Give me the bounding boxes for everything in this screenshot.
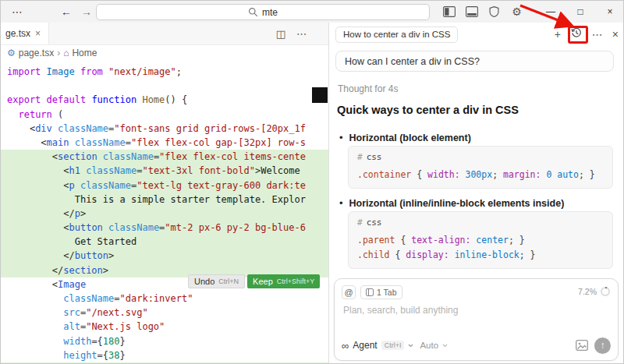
breadcrumb-file[interactable]: page.tsx xyxy=(19,48,54,58)
editor-tabbar: ge.tsx × ◫ ⋯ xyxy=(1,23,328,45)
code-block-body: .container { width: 300px; margin: 0 aut… xyxy=(357,168,604,182)
bullet-icon: • xyxy=(339,197,343,209)
tab-close-icon[interactable]: × xyxy=(35,28,41,39)
chat-title-tab[interactable]: How to center a div in CSS xyxy=(335,27,458,43)
code-line: <section className="flex flex-col items-… xyxy=(1,150,328,164)
breadcrumb-symbol[interactable]: Home xyxy=(72,48,97,58)
search-input[interactable]: mte xyxy=(262,7,278,18)
model-selector[interactable]: Auto xyxy=(420,341,448,350)
window-controls: — □ × xyxy=(536,1,624,23)
composer-toolbar: ∞ Agent Ctrl+I Auto ↑ xyxy=(342,337,611,354)
user-message-text: How can I center a div in CSS? xyxy=(345,56,480,67)
code-line: This is a simple starter template. Explo… xyxy=(1,193,328,207)
search-box[interactable]: mte xyxy=(96,4,430,20)
shield-icon[interactable] xyxy=(488,5,501,19)
code-block-header: #css xyxy=(357,152,604,162)
back-button[interactable]: ← xyxy=(58,1,74,23)
tab-context-chip[interactable]: 1 Tab xyxy=(360,285,402,299)
code-line: </button> xyxy=(1,249,328,263)
context-percent: 7.2% xyxy=(578,287,597,296)
user-message: How can I center a div in CSS? xyxy=(335,51,614,72)
chat-panel: How to center a div in CSS + ⋯ × How can… xyxy=(328,23,624,364)
code-line: <main className="flex flex-col gap-[32px… xyxy=(1,136,328,150)
settings-gear-icon[interactable]: ⚙ xyxy=(510,5,523,19)
code-line: <p className="text-lg text-gray-600 dark… xyxy=(1,178,328,193)
code-line: alt="Next.js logo" xyxy=(1,320,328,334)
code-line: </p> xyxy=(1,207,328,221)
code-line: height={38} xyxy=(1,348,328,362)
code-line: className="dark:invert" xyxy=(1,292,328,306)
breadcrumb-separator: › xyxy=(57,48,60,58)
attach-image-icon[interactable] xyxy=(576,340,588,351)
titlebar: ⋯ ← → mte ⚙ — □ × xyxy=(1,1,624,23)
code-line: Get Started xyxy=(1,235,328,249)
css-code-block: #css .parent { text-align: center; }.chi… xyxy=(348,211,613,269)
tab-page-tsx[interactable]: ge.tsx × xyxy=(1,23,49,44)
dark-overlay-box xyxy=(312,87,328,103)
undo-shortcut: Ctrl+N xyxy=(218,275,239,288)
chat-more-button[interactable]: ⋯ xyxy=(592,27,603,42)
code-line: import Image from "next/image"; xyxy=(1,65,328,79)
symbol-home-icon: ⌂ xyxy=(63,48,69,58)
chevron-down-icon xyxy=(442,344,448,348)
thought-duration[interactable]: Thought for 4s xyxy=(338,83,398,94)
code-line: <h1 className="text-3xl font-bold">Welco… xyxy=(1,164,328,178)
maximize-button[interactable]: □ xyxy=(566,1,595,23)
code-line: width={180} xyxy=(1,334,328,348)
tab-label: ge.tsx xyxy=(5,28,30,39)
diff-action-buttons: Undo Ctrl+N Keep Ctrl+Shift+Y xyxy=(188,274,320,288)
editor-more-icon[interactable]: ⋯ xyxy=(296,28,307,40)
file-type-icon: ⚙ xyxy=(7,48,16,58)
code-block-body: .parent { text-align: center; }.child { … xyxy=(357,233,604,263)
split-view-icon[interactable] xyxy=(442,5,456,19)
undo-button[interactable]: Undo Ctrl+N xyxy=(188,274,245,288)
code-line: <button className="mt-2 px-6 py-2 bg-blu… xyxy=(1,221,328,235)
bullet-item: • Horizontal (inline/inline-block elemen… xyxy=(339,197,564,209)
code-line: export default function Home() { xyxy=(1,93,328,107)
code-line: <div className="font-sans grid grid-rows… xyxy=(1,122,328,136)
new-chat-button[interactable]: + xyxy=(555,27,561,42)
chevron-down-icon xyxy=(408,344,413,348)
panel-layout-icon[interactable] xyxy=(465,5,478,19)
code-line: .parent { text-align: center; } xyxy=(357,233,604,248)
code-line: .child { display: inline-block; } xyxy=(357,248,604,263)
tab-context-icon xyxy=(366,288,374,296)
titlebar-icons: ⚙ xyxy=(442,1,523,23)
chat-close-button[interactable]: × xyxy=(612,27,619,42)
infinity-icon: ∞ xyxy=(342,340,349,352)
composer-input[interactable]: Plan, search, build anything xyxy=(343,305,458,316)
bullet-text: Horizontal (block element) xyxy=(349,133,471,143)
bullet-item: • Horizontal (block element) xyxy=(339,132,471,143)
agent-mode-label: Agent xyxy=(353,340,377,351)
model-label: Auto xyxy=(420,341,438,350)
code-line: src="/next.svg" xyxy=(1,306,328,320)
close-button[interactable]: × xyxy=(595,1,624,23)
undo-label: Undo xyxy=(194,275,214,288)
send-arrow-icon: ↑ xyxy=(601,340,605,351)
code-language-label: css xyxy=(367,217,382,228)
css-code-block: #css .container { width: 300px; margin: … xyxy=(348,146,613,189)
split-editor-icon[interactable]: ◫ xyxy=(276,28,285,40)
send-button[interactable]: ↑ xyxy=(594,337,611,354)
minimize-button[interactable]: — xyxy=(536,1,566,23)
app-window: ⋯ ← → mte ⚙ — □ × ge.tsx × xyxy=(0,0,624,364)
forward-button[interactable]: → xyxy=(79,1,94,23)
menu-dots-button[interactable]: ⋯ xyxy=(9,1,26,23)
hash-icon: # xyxy=(357,152,363,162)
agent-mode-selector[interactable]: ∞ Agent Ctrl+I xyxy=(342,340,413,352)
answer-heading: Quick ways to center a div in CSS xyxy=(337,104,519,116)
code-editor[interactable]: import Image from "next/image"; export d… xyxy=(1,60,328,364)
code-language-label: css xyxy=(367,152,382,162)
chat-composer[interactable]: @ 1 Tab 7.2% Plan, search, build anythin… xyxy=(334,278,619,361)
code-line xyxy=(1,79,328,93)
composer-context-row: @ 1 Tab xyxy=(342,285,402,299)
editor-actions: ◫ ⋯ xyxy=(276,23,307,44)
mention-button[interactable]: @ xyxy=(342,285,356,299)
context-ring-icon xyxy=(601,287,610,296)
breadcrumb[interactable]: ⚙ page.tsx › ⌂ Home xyxy=(1,45,328,60)
keep-button[interactable]: Keep Ctrl+Shift+Y xyxy=(247,274,320,288)
agent-shortcut-badge: Ctrl+I xyxy=(381,341,405,350)
keep-label: Keep xyxy=(253,274,273,288)
hash-icon: # xyxy=(357,217,363,228)
search-icon xyxy=(248,7,258,17)
